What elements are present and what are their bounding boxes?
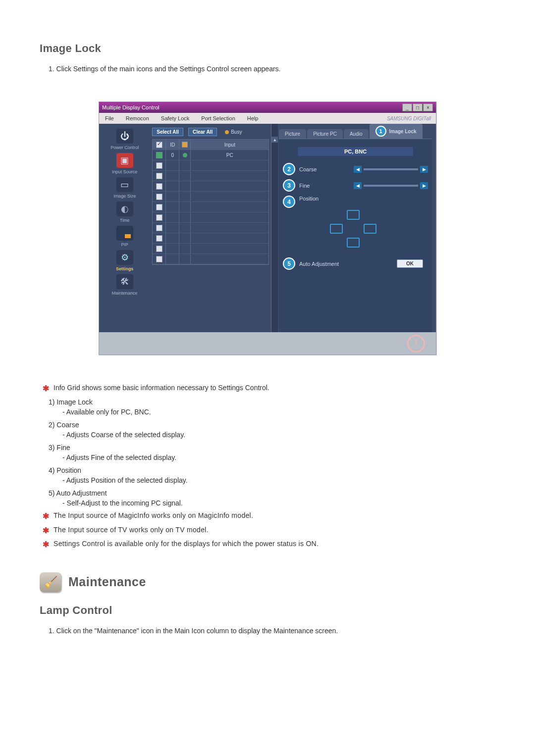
menu-bar: File Remocon Safety Lock Port Selection …: [99, 113, 436, 124]
item-5-title: 5) Auto Adjustment: [49, 489, 495, 497]
sidebar-pip-label: PIP: [105, 242, 145, 247]
arrow-left-icon[interactable]: ◀: [354, 166, 362, 173]
pip-icon: [116, 226, 133, 241]
sidebar-input-source[interactable]: ▣Input Source: [105, 153, 145, 174]
fine-slider[interactable]: ◀▶: [354, 182, 428, 189]
clock-icon: ◐: [116, 202, 133, 216]
note-magicinfo: The Input source of MagicInfo works only…: [40, 510, 495, 521]
arrow-left-icon[interactable]: ◀: [354, 182, 362, 189]
window-max-button[interactable]: □: [413, 103, 423, 111]
note-info-grid: Info Grid shows some basic information n…: [40, 382, 495, 393]
brand-label: SAMSUNG DIGITall: [381, 116, 436, 121]
window-title: Multiple Display Control: [102, 104, 160, 110]
busy-indicator: Busy: [225, 129, 242, 135]
grid-row-0-check[interactable]: [156, 152, 162, 158]
callout-3: 3: [283, 179, 295, 192]
gear-icon: ⚙: [116, 250, 133, 265]
grid-row-check[interactable]: [156, 194, 162, 200]
maintenance-section-icon: 🧹: [40, 572, 61, 592]
mdc-screenshot: Multiple Display Control _ □ × File Remo…: [99, 101, 436, 355]
sidebar-time-label: Time: [105, 218, 145, 223]
grid-row-check[interactable]: [156, 225, 162, 231]
auto-adjustment-label: Auto Adjustment: [299, 261, 339, 267]
item-3-desc: - Adjusts Fine of the selected display.: [62, 454, 495, 461]
item-4-title: 4) Position: [49, 466, 495, 474]
item-1-title: 1) Image Lock: [49, 398, 495, 406]
sidebar: ⏻Power Control ▣Input Source ▭Image Size…: [99, 124, 150, 332]
settings-tabs: Picture Picture PC Audio 1Image Lock: [279, 128, 432, 139]
position-up-button[interactable]: [346, 209, 361, 221]
grid-row-check[interactable]: [156, 214, 162, 221]
menu-port-selection[interactable]: Port Selection: [195, 115, 241, 121]
position-pad: [329, 209, 428, 249]
tab-audio[interactable]: Audio: [344, 129, 369, 139]
window-close-button[interactable]: ×: [423, 103, 433, 111]
pc-bnc-label: PC, BNC: [298, 147, 413, 156]
grid-row-check[interactable]: [156, 162, 162, 169]
tab-picture[interactable]: Picture: [279, 129, 306, 139]
note-power-on: Settings Control is available only for t…: [40, 538, 495, 549]
item-2-desc: - Adjusts Coarse of the selected display…: [62, 431, 495, 439]
grid-header-status-icon: [182, 142, 188, 148]
status-bar: !: [99, 332, 436, 354]
center-panel: Select All Clear All Busy ID Input 0: [150, 124, 271, 332]
grid-row-check[interactable]: [156, 246, 162, 252]
grid-row-check[interactable]: [156, 183, 162, 190]
ok-button[interactable]: OK: [397, 259, 423, 268]
menu-file[interactable]: File: [99, 115, 120, 121]
position-left-button[interactable]: [329, 223, 344, 235]
sidebar-settings[interactable]: ⚙Settings: [105, 250, 145, 271]
image-size-icon: ▭: [116, 177, 133, 192]
position-right-button[interactable]: [363, 223, 377, 235]
input-source-icon: ▣: [116, 153, 133, 168]
item-3-title: 3) Fine: [49, 444, 495, 452]
lamp-control-heading: Lamp Control: [40, 604, 495, 617]
grid-header-id: ID: [166, 140, 179, 150]
grid-header-input: Input: [191, 140, 268, 150]
alert-icon: !: [407, 335, 425, 353]
busy-label: Busy: [231, 129, 242, 135]
callout-5: 5: [283, 257, 295, 270]
select-all-button[interactable]: Select All: [152, 128, 183, 136]
coarse-slider[interactable]: ◀▶: [354, 166, 428, 173]
item-4-desc: - Adjusts Position of the selected displ…: [62, 476, 495, 484]
coarse-label: Coarse: [299, 166, 354, 172]
grid-row-check[interactable]: [156, 173, 162, 179]
grid-row-check[interactable]: [156, 204, 162, 210]
position-down-button[interactable]: [346, 237, 361, 249]
note-tv: The Input source of TV works only on TV …: [40, 524, 495, 535]
scroll-up-icon[interactable]: ▲: [271, 137, 278, 143]
power-icon: ⏻: [116, 129, 133, 144]
lamp-step-1: 1. Click on the "Maintenance" icon in th…: [49, 626, 495, 636]
grid-row-check[interactable]: [156, 235, 162, 242]
position-label: Position: [299, 196, 354, 202]
sidebar-image-size[interactable]: ▭Image Size: [105, 177, 145, 199]
sidebar-power-label: Power Control: [105, 145, 145, 150]
grid-row-0-status-icon: [183, 153, 187, 157]
item-5-desc: - Self-Adjust to the incoming PC signal.: [62, 499, 495, 507]
sidebar-input-label: Input Source: [105, 169, 145, 174]
window-min-button[interactable]: _: [402, 103, 412, 111]
grid-row-check[interactable]: [156, 256, 162, 262]
tab-picture-pc[interactable]: Picture PC: [307, 129, 343, 139]
callout-2: 2: [283, 163, 295, 175]
grid-row-0[interactable]: 0 PC: [153, 150, 268, 160]
sidebar-power-control[interactable]: ⏻Power Control: [105, 129, 145, 150]
arrow-right-icon[interactable]: ▶: [420, 166, 428, 173]
arrow-right-icon[interactable]: ▶: [420, 182, 428, 189]
menu-help[interactable]: Help: [241, 115, 265, 121]
sidebar-pip[interactable]: PIP: [105, 226, 145, 247]
item-2-title: 2) Coarse: [49, 421, 495, 429]
menu-remocon[interactable]: Remocon: [120, 115, 155, 121]
info-grid: ID Input 0 PC: [152, 139, 269, 265]
sidebar-maintenance[interactable]: 🛠Maintenance: [105, 274, 145, 296]
grid-row-0-id: 0: [166, 150, 179, 160]
sidebar-maint-label: Maintenance: [105, 291, 145, 296]
menu-safety-lock[interactable]: Safety Lock: [155, 115, 195, 121]
sidebar-time[interactable]: ◐Time: [105, 202, 145, 223]
grid-header-check[interactable]: [156, 142, 162, 148]
item-1-desc: - Available only for PC, BNC.: [62, 408, 495, 416]
tab-image-lock[interactable]: 1Image Lock: [370, 124, 423, 139]
grid-scrollbar[interactable]: ▲: [271, 124, 278, 332]
clear-all-button[interactable]: Clear All: [188, 128, 217, 136]
